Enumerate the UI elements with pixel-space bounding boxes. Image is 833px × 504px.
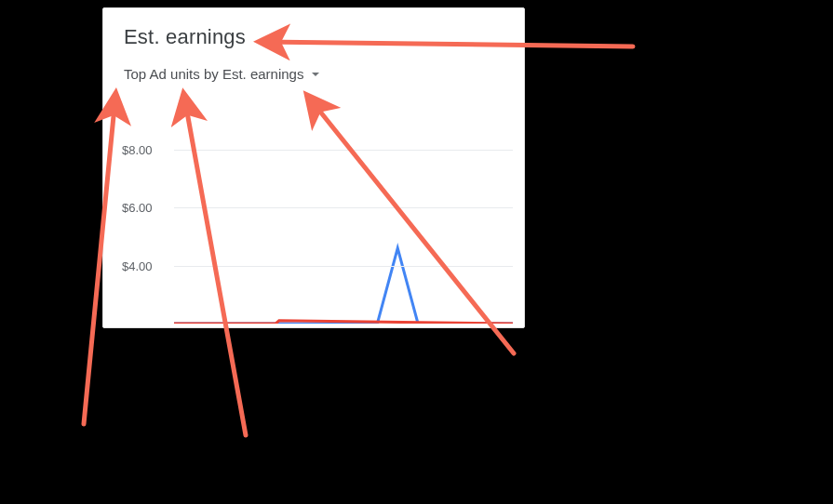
- earnings-card: Est. earnings Top Ad units by Est. earni…: [102, 7, 525, 328]
- y-axis-label: $6.00: [122, 201, 168, 215]
- gridline: [174, 207, 513, 208]
- chart-series-line: [174, 248, 513, 324]
- gridline: [174, 150, 513, 151]
- chevron-down-icon: [309, 68, 322, 81]
- card-title: Est. earnings: [103, 21, 524, 62]
- dropdown-label: Top Ad units by Est. earnings: [124, 66, 303, 82]
- y-axis-label: $8.00: [122, 142, 168, 156]
- dimension-dropdown[interactable]: Top Ad units by Est. earnings: [103, 62, 524, 91]
- y-axis-label: $4.00: [122, 259, 168, 272]
- gridline: [174, 266, 513, 267]
- chart-area: $4.00$6.00$8.00: [103, 91, 524, 324]
